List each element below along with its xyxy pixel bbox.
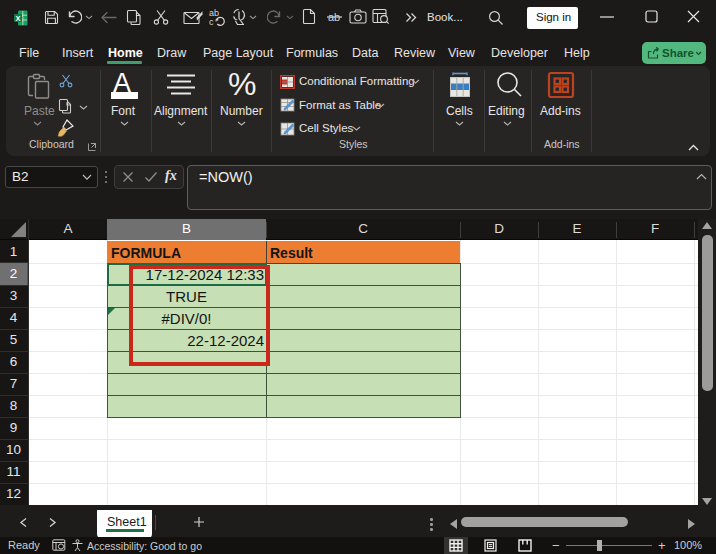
svg-text:X: X	[15, 14, 20, 23]
svg-text:c: c	[209, 17, 214, 27]
